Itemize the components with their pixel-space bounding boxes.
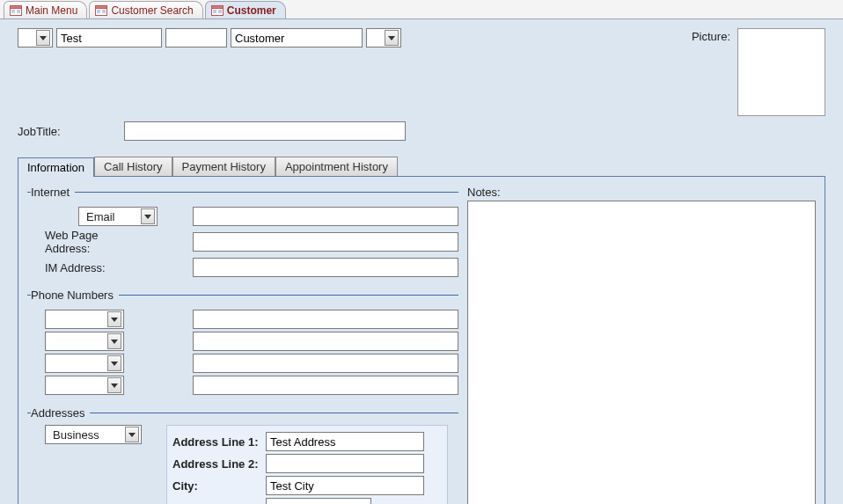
chevron-down-icon[interactable] <box>107 333 121 349</box>
phone-input-1[interactable] <box>193 310 458 329</box>
svg-rect-1 <box>11 5 22 8</box>
jobtitle-input[interactable] <box>124 121 406 141</box>
detail-tab-strip: Information Call History Payment History… <box>18 157 825 176</box>
internet-legend: Internet <box>31 186 75 199</box>
first-name-input[interactable] <box>56 28 162 47</box>
chevron-down-icon[interactable] <box>107 377 121 393</box>
tab-appointment-history[interactable]: Appointment History <box>275 157 398 176</box>
address-type-combo[interactable]: Business <box>45 425 142 444</box>
internet-section: Internet Email Web Page Address: IM Addr… <box>27 186 458 280</box>
doctab-label: Main Menu <box>26 4 77 17</box>
chevron-down-icon[interactable] <box>36 30 50 46</box>
chevron-down-icon[interactable] <box>141 208 155 224</box>
notes-textarea[interactable] <box>467 201 816 504</box>
detail-tab-control: Information Call History Payment History… <box>18 157 825 504</box>
addresses-section: Addresses Business Address Line 1: Addre… <box>27 406 458 504</box>
addr-line1-label: Address Line 1: <box>172 435 260 449</box>
phone-type-combo-4[interactable] <box>45 376 124 395</box>
im-input[interactable] <box>193 258 458 277</box>
addr-state-input[interactable] <box>266 498 371 504</box>
phone-type-combo-2[interactable] <box>45 332 124 351</box>
phone-type-combo-3[interactable] <box>45 354 124 373</box>
phone-input-2[interactable] <box>193 332 458 351</box>
addr-city-label: City: <box>172 479 260 493</box>
email-input[interactable] <box>193 207 458 226</box>
form-icon <box>95 5 107 16</box>
customer-form: Picture: JobTitle: Information Call Hist… <box>0 19 843 504</box>
addr-line1-input[interactable] <box>266 432 424 451</box>
doctab-main-menu[interactable]: Main Menu <box>4 1 87 18</box>
tab-information-panel: Internet Email Web Page Address: IM Addr… <box>18 176 825 504</box>
svg-rect-13 <box>211 5 223 8</box>
addr-city-input[interactable] <box>266 476 424 495</box>
tab-call-history[interactable]: Call History <box>94 157 172 176</box>
chevron-down-icon[interactable] <box>385 30 399 46</box>
prefix-combo[interactable] <box>18 28 53 47</box>
address-type-text: Business <box>49 428 125 442</box>
jobtitle-label: JobTitle: <box>18 125 61 138</box>
addr-line2-label: Address Line 2: <box>172 457 260 471</box>
tab-information[interactable]: Information <box>18 157 94 177</box>
web-input[interactable] <box>193 232 458 252</box>
form-icon <box>10 5 22 16</box>
doctab-label: Customer <box>227 4 276 17</box>
phones-section: Phone Numbers <box>27 289 458 398</box>
phone-type-combo-1[interactable] <box>45 310 124 329</box>
tab-payment-history[interactable]: Payment History <box>172 157 275 176</box>
email-type-text: Email <box>83 210 141 223</box>
form-icon <box>211 5 224 16</box>
chevron-down-icon[interactable] <box>107 311 121 327</box>
addr-state-label: State: <box>172 501 260 505</box>
suffix-combo[interactable] <box>366 28 401 47</box>
doctab-customer[interactable]: Customer <box>205 1 286 18</box>
im-label: IM Address: <box>27 261 142 274</box>
address-fields: Address Line 1: Address Line 2: City: St… <box>166 425 448 504</box>
email-type-combo[interactable]: Email <box>78 207 158 226</box>
document-tab-bar: Main Menu Customer Search Customer <box>0 0 843 19</box>
web-label: Web Page Address: <box>27 229 142 255</box>
picture-label: Picture: <box>692 28 730 43</box>
chevron-down-icon[interactable] <box>125 427 139 442</box>
phone-input-4[interactable] <box>193 376 458 395</box>
middle-name-input[interactable] <box>165 28 227 47</box>
picture-box[interactable] <box>737 28 825 116</box>
notes-label: Notes: <box>467 186 816 199</box>
last-name-input[interactable] <box>231 28 363 47</box>
doctab-customer-search[interactable]: Customer Search <box>89 1 202 18</box>
phones-legend: Phone Numbers <box>31 289 119 302</box>
svg-rect-7 <box>96 5 107 8</box>
phone-input-3[interactable] <box>193 354 458 373</box>
addr-line2-input[interactable] <box>266 454 424 473</box>
doctab-label: Customer Search <box>111 4 193 17</box>
chevron-down-icon[interactable] <box>107 355 121 371</box>
name-fields <box>18 28 401 47</box>
addresses-legend: Addresses <box>31 406 90 420</box>
